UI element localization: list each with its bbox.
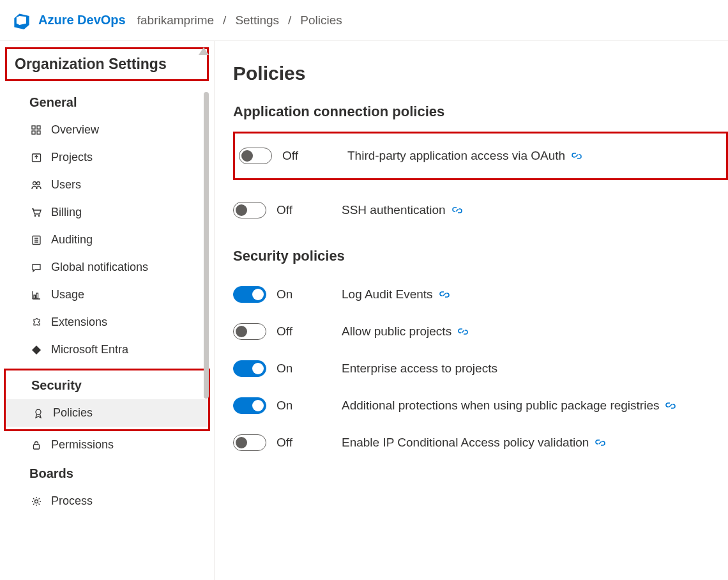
link-icon[interactable]: [439, 289, 450, 300]
toggle-ip-conditional-access[interactable]: [233, 434, 266, 451]
breadcrumb-settings[interactable]: Settings: [235, 13, 279, 27]
sidebar-item-label: Policies: [53, 406, 93, 420]
svg-rect-11: [36, 293, 38, 298]
policy-label: Allow public projects: [342, 324, 451, 339]
scrollbar-thumb[interactable]: [204, 92, 209, 399]
policy-row-log-audit: On Log Audit Events: [233, 276, 728, 313]
sidebar-item-label: Overview: [51, 123, 99, 137]
policy-row-oauth: Off Third-party application access via O…: [233, 132, 728, 180]
policy-row-public-projects: Off Allow public projects: [233, 313, 728, 350]
svg-point-6: [37, 181, 40, 185]
breadcrumb-org[interactable]: fabrikamprime: [137, 13, 214, 27]
toggle-state: Off: [282, 149, 298, 163]
ribbon-icon: [31, 408, 45, 418]
link-icon[interactable]: [665, 401, 676, 411]
toggle-state: On: [277, 362, 292, 376]
sidebar-item-users[interactable]: Users: [0, 171, 214, 199]
link-icon[interactable]: [458, 326, 468, 337]
sidebar-item-overview[interactable]: Overview: [0, 116, 214, 144]
toggle-state: On: [277, 287, 292, 301]
toggle-allow-public-projects[interactable]: [233, 323, 266, 340]
toggle-enterprise-access[interactable]: [233, 360, 266, 377]
policy-label: Enterprise access to projects: [342, 362, 497, 376]
users-icon: [29, 180, 43, 190]
svg-rect-13: [34, 445, 40, 449]
toggle-state: On: [277, 399, 292, 413]
sidebar-item-policies[interactable]: Policies: [6, 399, 208, 427]
link-icon[interactable]: [595, 438, 605, 448]
svg-point-14: [35, 500, 38, 503]
svg-rect-3: [37, 131, 40, 134]
toggle-ssh-authentication[interactable]: [233, 202, 266, 218]
sidebar-item-label: Global notifications: [51, 261, 148, 274]
sidebar-item-label: Microsoft Entra: [51, 343, 128, 356]
sidebar-item-label: Users: [51, 178, 81, 192]
link-icon[interactable]: [452, 205, 462, 215]
section-security: Security: [6, 370, 208, 399]
toggle-package-registries[interactable]: [233, 397, 266, 414]
section-general: General: [0, 88, 214, 116]
breadcrumb-separator: /: [223, 13, 226, 27]
svg-point-7: [34, 215, 36, 217]
svg-point-8: [38, 215, 40, 217]
section-security-highlight: Security Policies: [4, 369, 210, 431]
page-title: Policies: [233, 63, 728, 84]
toggle-third-party-oauth[interactable]: [239, 148, 272, 164]
sidebar-item-microsoft-entra[interactable]: Microsoft Entra: [0, 336, 214, 363]
puzzle-icon: [29, 317, 43, 328]
sidebar-item-label: Billing: [51, 206, 82, 219]
toggle-state: Off: [277, 436, 292, 450]
svg-rect-1: [37, 126, 40, 129]
group-heading-app-connection: Application connection policies: [233, 103, 728, 120]
policy-row-package-registries: On Additional protections when using pub…: [233, 387, 728, 424]
policy-row-ip-conditional: Off Enable IP Conditional Access policy …: [233, 424, 728, 461]
sidebar-title: Organization Settings: [15, 56, 199, 73]
sidebar-item-billing[interactable]: Billing: [0, 199, 214, 226]
sidebar-item-label: Projects: [51, 151, 93, 164]
svg-rect-2: [32, 131, 35, 134]
sidebar-item-extensions[interactable]: Extensions: [0, 309, 214, 336]
main-content: Policies Application connection policies…: [214, 41, 728, 580]
chat-icon: [29, 263, 43, 273]
sidebar-item-global-notifications[interactable]: Global notifications: [0, 254, 214, 281]
svg-point-12: [36, 409, 41, 415]
sidebar-item-projects[interactable]: Projects: [0, 144, 214, 171]
lock-icon: [29, 440, 43, 450]
sidebar-title-highlight: Organization Settings: [5, 47, 209, 81]
policy-label: SSH authentication: [342, 203, 446, 217]
toggle-state: Off: [277, 324, 292, 339]
policy-row-ssh: Off SSH authentication: [233, 192, 728, 229]
diamond-icon: [29, 345, 43, 355]
gear-icon: [29, 496, 43, 507]
policy-row-enterprise-access: On Enterprise access to projects: [233, 350, 728, 387]
scroll-up-icon[interactable]: [199, 47, 209, 55]
chart-icon: [29, 290, 43, 300]
cart-icon: [29, 208, 43, 218]
section-boards: Boards: [0, 459, 214, 487]
sidebar-item-label: Auditing: [51, 233, 93, 247]
sidebar-item-label: Usage: [51, 288, 84, 301]
breadcrumb-policies[interactable]: Policies: [300, 13, 342, 27]
sidebar-item-label: Permissions: [51, 438, 114, 452]
sidebar-item-auditing[interactable]: Auditing: [0, 226, 214, 254]
brand-link[interactable]: Azure DevOps: [38, 13, 126, 27]
sidebar-item-usage[interactable]: Usage: [0, 281, 214, 309]
policy-label: Additional protections when using public…: [342, 399, 659, 413]
link-icon[interactable]: [572, 151, 582, 161]
svg-rect-10: [34, 295, 36, 298]
svg-point-5: [33, 181, 36, 185]
toggle-state: Off: [277, 203, 292, 217]
group-heading-security: Security policies: [233, 248, 728, 264]
list-icon: [29, 235, 43, 245]
policy-label: Enable IP Conditional Access policy vali…: [342, 436, 589, 450]
svg-rect-0: [32, 126, 35, 129]
sidebar-item-permissions[interactable]: Permissions: [0, 431, 214, 459]
policy-label: Log Audit Events: [342, 287, 433, 301]
toggle-log-audit-events[interactable]: [233, 286, 266, 303]
upload-icon: [29, 153, 43, 163]
policy-label: Third-party application access via OAuth: [347, 149, 565, 163]
sidebar-item-process[interactable]: Process: [0, 487, 214, 515]
header: Azure DevOps fabrikamprime / Settings / …: [0, 0, 728, 41]
sidebar: Organization Settings General Overview P…: [0, 41, 214, 580]
breadcrumb-separator: /: [288, 13, 291, 27]
